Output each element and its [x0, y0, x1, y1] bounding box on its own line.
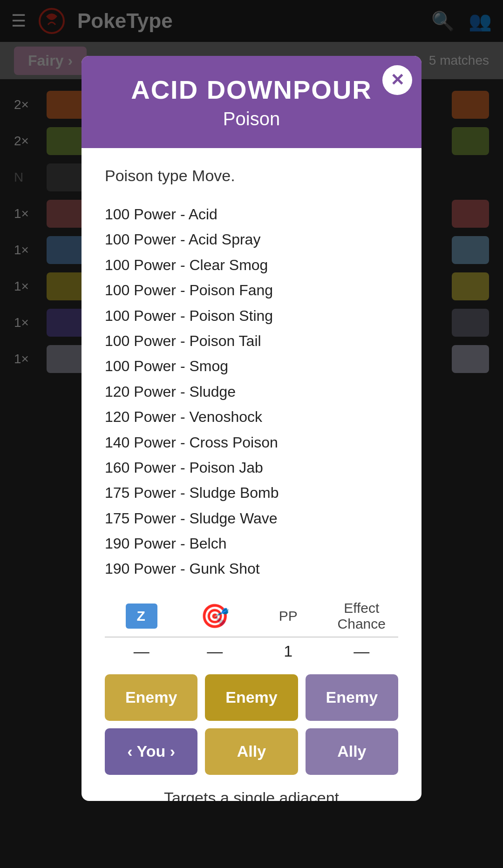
list-item: 100 Power - Acid — [105, 202, 398, 227]
target-icon-col: 🎯 — [178, 603, 252, 630]
target-cell-enemy-1[interactable]: Enemy — [105, 674, 197, 721]
stats-divider — [105, 637, 398, 637]
effect-label-col: Effect Chance — [325, 600, 399, 632]
target-icon: 🎯 — [200, 603, 229, 630]
target-value: — — [178, 642, 252, 660]
pp-label-col: PP — [252, 608, 325, 624]
target-cell-ally-1[interactable]: Ally — [205, 728, 298, 775]
pp-label: PP — [279, 608, 298, 624]
list-item: 120 Power - Venoshock — [105, 404, 398, 429]
list-item: 100 Power - Clear Smog — [105, 252, 398, 278]
list-item: 160 Power - Poison Jab — [105, 455, 398, 480]
list-item: 100 Power - Poison Fang — [105, 278, 398, 303]
list-item: 175 Power - Sludge Wave — [105, 506, 398, 531]
modal-header: ACID DOWNPOUR Poison ✕ — [82, 56, 421, 148]
close-button[interactable]: ✕ — [382, 65, 412, 95]
stats-section: Z 🎯 PP Effect Chance — — 1 — [105, 600, 398, 660]
list-item: 190 Power - Belch — [105, 531, 398, 556]
list-item: 140 Power - Cross Poison — [105, 430, 398, 455]
modal-body: Poison type Move. 100 Power - Acid 100 P… — [82, 148, 421, 801]
pp-value: 1 — [252, 642, 325, 660]
move-type-description: Poison type Move. — [105, 167, 398, 185]
stats-values-row: — — 1 — — [105, 642, 398, 660]
target-cell-ally-2[interactable]: Ally — [306, 728, 398, 775]
list-item: 100 Power - Acid Spray — [105, 227, 398, 252]
modal-dialog: ACID DOWNPOUR Poison ✕ Poison type Move.… — [82, 56, 421, 801]
z-value: — — [105, 642, 178, 660]
list-item: 100 Power - Poison Tail — [105, 328, 398, 353]
list-item: 190 Power - Gunk Shot — [105, 556, 398, 581]
list-item: 100 Power - Poison Sting — [105, 303, 398, 328]
target-cell-enemy-2[interactable]: Enemy — [205, 674, 298, 721]
modal-subtitle: Poison — [95, 108, 408, 129]
list-item: 120 Power - Sludge — [105, 379, 398, 404]
list-item: 100 Power - Smog — [105, 353, 398, 379]
target-grid: Enemy Enemy Enemy ‹ You › Ally Ally — [105, 674, 398, 775]
effect-value: — — [325, 642, 399, 660]
z-move-col: Z — [105, 604, 178, 629]
target-cell-you[interactable]: ‹ You › — [105, 728, 197, 775]
list-item: 175 Power - Sludge Bomb — [105, 480, 398, 505]
target-cell-enemy-3[interactable]: Enemy — [306, 674, 398, 721]
modal-title: ACID DOWNPOUR — [95, 75, 408, 105]
target-description: Targets a single adjacent — [105, 789, 398, 801]
overlay: ACID DOWNPOUR Poison ✕ Poison type Move.… — [0, 0, 503, 868]
moves-list: 100 Power - Acid 100 Power - Acid Spray … — [105, 202, 398, 582]
effect-chance-label: Effect Chance — [325, 600, 399, 632]
stats-icons-row: Z 🎯 PP Effect Chance — [105, 600, 398, 632]
z-badge: Z — [126, 604, 157, 629]
